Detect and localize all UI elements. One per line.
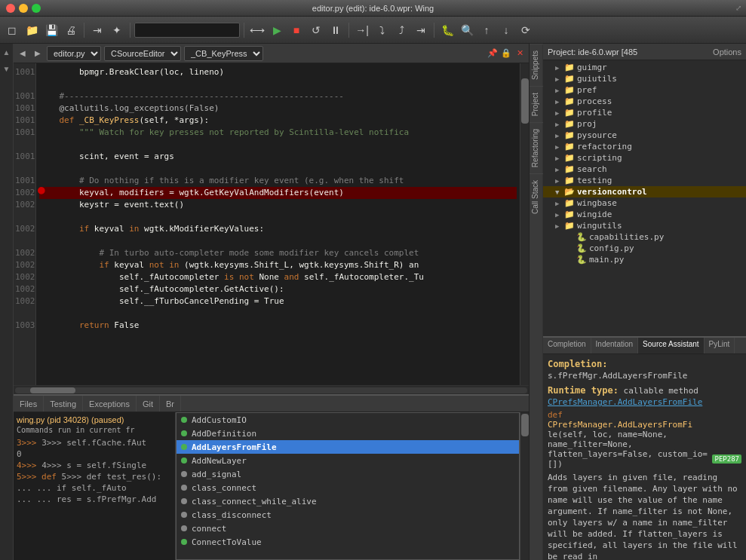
down-button[interactable]: ↓	[497, 21, 515, 39]
tree-item-scripting[interactable]: ▶ 📁 scripting	[543, 152, 746, 164]
stab-source-assistant[interactable]: Source Assistant	[638, 338, 704, 353]
tree-item-guiutils[interactable]: ▶ 📁 guiutils	[543, 73, 746, 84]
vtab-project[interactable]: Project	[530, 86, 543, 122]
step-over-button[interactable]: ⤵	[373, 21, 391, 39]
vtab-snippets[interactable]: Snippets	[530, 44, 543, 86]
gutter-btn-down[interactable]: ▼	[2, 63, 12, 74]
tree-arrow: ▶	[555, 143, 564, 151]
hscroll-track[interactable]	[15, 387, 527, 393]
restart-button[interactable]: ↺	[307, 21, 325, 39]
tree-item-guimgr[interactable]: ▶ 📁 guimgr	[543, 62, 746, 73]
tree-item-config[interactable]: 🐍 config.py	[543, 243, 746, 254]
run-button[interactable]: ▶	[268, 21, 286, 39]
new-button[interactable]: ◻	[3, 21, 21, 39]
tab-exceptions[interactable]: Exceptions	[83, 396, 137, 412]
ac-item-connecttovalue[interactable]: ConnectToValue	[177, 535, 519, 549]
file-selector[interactable]: editor.py	[47, 46, 101, 61]
tree-label: testing	[577, 176, 612, 185]
tab-br[interactable]: Br	[160, 396, 181, 412]
editor-scrollbar[interactable]	[520, 63, 529, 385]
console-line: 0	[17, 448, 172, 460]
search-input[interactable]	[134, 23, 240, 38]
tree-item-main[interactable]: 🐍 main.py	[543, 254, 746, 265]
resize-icon: ⤢	[735, 4, 741, 12]
code-line: self.__fTurboCancelPending = True	[39, 295, 517, 308]
vtab-callstack[interactable]: Call Stack	[530, 173, 543, 220]
tree-item-profile[interactable]: ▶ 📁 profile	[543, 107, 746, 118]
autocomplete-popup[interactable]: AddCustomIO AddDefinition AddLayersFromF…	[176, 412, 520, 560]
project-title: Project: ide-6.0.wpr [485	[548, 47, 637, 57]
vscroll-thumb[interactable]	[521, 78, 529, 124]
ac-dot	[181, 444, 187, 450]
ac-scroll-thumb[interactable]	[521, 414, 529, 436]
magic-button[interactable]: ✦	[108, 21, 126, 39]
nav-forward-button[interactable]: ▶	[32, 47, 44, 60]
ac-item-addlayersfromfile[interactable]: AddLayersFromFile	[177, 440, 519, 454]
tree-item-wingbase[interactable]: ▶ 📁 wingbase	[543, 197, 746, 209]
nav-back-button[interactable]: ◀	[17, 47, 29, 60]
tree-item-capabilities[interactable]: 🐍 capabilities.py	[543, 231, 746, 243]
close-button[interactable]	[6, 4, 15, 13]
stab-completion[interactable]: Completion	[543, 338, 591, 353]
tree-item-wingide[interactable]: ▶ 📁 wingide	[543, 209, 746, 220]
ac-item-classconnect[interactable]: class_connect	[177, 481, 519, 494]
class-selector[interactable]: CSourceEditor	[104, 46, 181, 61]
gutter-btn-up[interactable]: ▲	[2, 47, 12, 57]
tree-item-pysource[interactable]: ▶ 📁 pysource	[543, 130, 746, 141]
continue-button[interactable]: ⇥	[412, 21, 430, 39]
minimize-button[interactable]	[19, 4, 28, 13]
step-out-button[interactable]: ⤴	[392, 21, 410, 39]
reformat-button[interactable]: ⟷	[248, 21, 266, 39]
ac-item-addcustomio[interactable]: AddCustomIO	[177, 413, 519, 427]
step-into-button[interactable]: →|	[353, 21, 371, 39]
tab-git[interactable]: Git	[137, 396, 160, 412]
def-keyword: def	[548, 410, 563, 420]
stop-button[interactable]: ■	[287, 21, 305, 39]
tree-item-testing[interactable]: ▶ 📁 testing	[543, 175, 746, 186]
folder-icon: 📁	[564, 153, 575, 163]
tab-testing[interactable]: Testing	[44, 396, 83, 412]
code-area[interactable]: ● bpmgr.BreakClear(loc, lineno) #-------…	[36, 63, 520, 385]
code-line	[39, 308, 517, 320]
ac-scrollbar[interactable]	[520, 412, 529, 560]
refresh-button[interactable]: ⟳	[517, 21, 535, 39]
vtab-refactoring[interactable]: Refactoring	[530, 122, 543, 173]
stab-indentation[interactable]: Indentation	[591, 338, 639, 353]
tree-item-search[interactable]: ▶ 📁 search	[543, 164, 746, 175]
print-button[interactable]: 🖨	[62, 21, 80, 39]
ac-item-classdisconnect[interactable]: class_disconnect	[177, 508, 519, 522]
open-button[interactable]: 📁	[23, 21, 41, 39]
tree-item-wingutils[interactable]: ▶ 📁 wingutils	[543, 220, 746, 231]
ac-dot	[181, 417, 187, 423]
editor-hscroll[interactable]	[14, 385, 529, 394]
tree-item-proj[interactable]: ▶ 📁 proj	[543, 118, 746, 130]
search2-button[interactable]: 🔍	[458, 21, 476, 39]
save-button[interactable]: 💾	[42, 21, 60, 39]
ac-item-classconnectwhilealive[interactable]: class_connect_while_alive	[177, 494, 519, 508]
ac-name: AddNewLayer	[192, 456, 247, 466]
indent-button[interactable]: ⇥	[88, 21, 106, 39]
tree-item-process[interactable]: ▶ 📁 process	[543, 96, 746, 107]
tree-item-versioncontrol[interactable]: ▼ 📂 versioncontrol	[543, 186, 746, 197]
tree-item-refactoring[interactable]: ▶ 📁 refactoring	[543, 141, 746, 152]
runtime-link[interactable]: CPrefsManager.AddLayersFromFile	[548, 397, 741, 407]
ac-item-adddefinition[interactable]: AddDefinition	[177, 427, 519, 440]
ac-item-addnewlayer[interactable]: AddNewLayer	[177, 454, 519, 467]
close-editor-button[interactable]: ✕	[514, 47, 526, 60]
hscroll-thumb[interactable]	[30, 387, 75, 393]
pause-button[interactable]: ⏸	[327, 21, 345, 39]
tree-label: proj	[577, 119, 597, 129]
ac-item-connect[interactable]: connect	[177, 522, 519, 535]
up-button[interactable]: ↑	[477, 21, 496, 39]
tree-label: guimgr	[577, 63, 607, 72]
lock-icon[interactable]: 🔒	[500, 47, 512, 60]
tab-files[interactable]: Files	[14, 396, 44, 412]
stab-pylint[interactable]: PyLint	[705, 338, 735, 353]
maximize-button[interactable]	[32, 4, 41, 13]
ac-item-addsignal[interactable]: add_signal	[177, 467, 519, 481]
method-selector[interactable]: _CB_KeyPress	[184, 46, 263, 61]
project-options-button[interactable]: Options	[713, 47, 741, 57]
tree-item-pref[interactable]: ▶ 📁 pref	[543, 84, 746, 96]
pin-icon[interactable]: 📌	[487, 47, 499, 60]
debug-button[interactable]: 🐛	[438, 21, 456, 39]
